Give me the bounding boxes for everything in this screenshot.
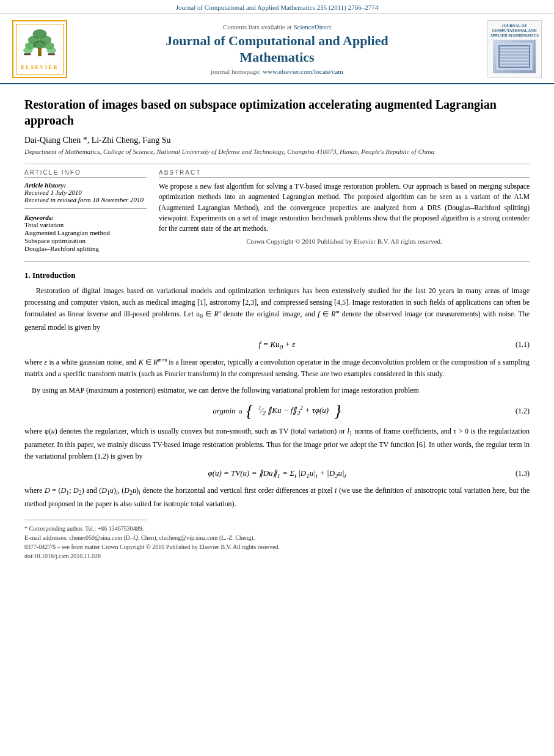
intro-para-2: where ε is a white gaussian noise, and K… xyxy=(24,357,530,380)
journal-homepage: journal homepage: www.elsevier.com/locat… xyxy=(76,68,478,75)
elsevier-logo-left: ELSEVIER xyxy=(12,20,67,78)
footnote-star: * Corresponding author. Tel.: +86 134675… xyxy=(24,524,530,533)
page-container: Journal of Computational and Applied Mat… xyxy=(0,0,554,756)
intro-para-3: By using an MAP (maximum a posteriori) e… xyxy=(24,385,530,396)
received-date-1: Received 1 July 2010 xyxy=(24,189,147,196)
journal-reference: Journal of Computational and Applied Mat… xyxy=(176,4,378,11)
sciencedirect-link[interactable]: ScienceDirect xyxy=(293,23,331,31)
intro-para-5: where D = (D1; D2) and (D1u)i, (D2u)i de… xyxy=(24,485,530,510)
elsevier-brand-text: ELSEVIER xyxy=(19,64,60,70)
section-1-title: 1. Introduction xyxy=(24,271,530,280)
eq13-number: (1.3) xyxy=(516,469,530,478)
journal-title: Journal of Computational and Applied Mat… xyxy=(76,33,478,65)
article-info-col: ARTICLE INFO Article history: Received 1… xyxy=(24,169,147,253)
footnote-doi: doi:10.1016/j.cam.2010.11.028 xyxy=(24,551,530,561)
two-col-section: ARTICLE INFO Article history: Received 1… xyxy=(24,169,530,253)
keywords-label: Keywords: xyxy=(24,214,147,221)
keyword-4: Douglas–Rachford splitting xyxy=(24,245,147,252)
intro-para-4: where φ(u) denotes the regularizer, whic… xyxy=(24,426,530,462)
top-bar: Journal of Computational and Applied Mat… xyxy=(0,0,554,14)
svg-point-8 xyxy=(47,48,56,54)
keyword-3: Subspace optimization xyxy=(24,237,147,244)
svg-rect-9 xyxy=(24,53,31,55)
eq11-content: f = Ku0 + ε xyxy=(259,340,296,351)
received-date-2: Received in revised form 18 November 201… xyxy=(24,196,147,203)
equation-1-2: argminu { 1⁄2 ‖Ku − f‖22 + τφ(u) } (1.2) xyxy=(24,402,530,420)
article-info-label: ARTICLE INFO xyxy=(24,169,147,178)
footnote-email: E-mail addresses: chener050@sina.com (D.… xyxy=(24,533,530,542)
journal-title-area: Contents lists available at ScienceDirec… xyxy=(67,23,487,75)
journal-header: ELSEVIER Contents lists available at Sci… xyxy=(0,14,554,84)
contents-available: Contents lists available at ScienceDirec… xyxy=(76,23,478,31)
article-body: Restoration of images based on subspace … xyxy=(0,84,554,573)
article-history: Article history: Received 1 July 2010 Re… xyxy=(24,181,147,203)
article-affiliation: Department of Mathematics, College of Sc… xyxy=(24,148,530,155)
footnote-issn: 0377-0427/$ – see front matter Crown Cop… xyxy=(24,542,530,551)
journal-logo-image xyxy=(493,40,536,73)
keyword-1: Total variation xyxy=(24,221,147,228)
footnote-divider xyxy=(24,520,147,520)
eq12-number: (1.2) xyxy=(516,407,530,416)
keyword-2: Augmented Lagrangian method xyxy=(24,229,147,236)
history-divider xyxy=(24,208,147,209)
svg-rect-6 xyxy=(38,48,42,56)
equation-1-3: φ(u) = TV(u) = ‖Du‖1 = Σi |D1u|i + |D2u|… xyxy=(24,468,530,479)
svg-point-7 xyxy=(23,48,32,54)
homepage-link[interactable]: www.elsevier.com/locate/cam xyxy=(263,68,343,75)
keywords-section: Keywords: Total variation Augmented Lagr… xyxy=(24,214,147,252)
article-divider xyxy=(24,164,530,164)
journal-cover-icon xyxy=(496,43,533,70)
abstract-text: We propose a new fast algorithm for solv… xyxy=(159,181,530,234)
copyright-line: Crown Copyright © 2010 Published by Else… xyxy=(159,238,530,245)
equation-1-1: f = Ku0 + ε (1.1) xyxy=(24,340,530,351)
svg-rect-11 xyxy=(496,43,533,70)
keywords-list: Total variation Augmented Lagrangian met… xyxy=(24,221,147,252)
history-label: Article history: xyxy=(24,181,147,189)
journal-logo-title: JOURNAL OFCOMPUTATIONAL ANDAPPLIED MATHE… xyxy=(490,23,539,37)
article-authors: Dai-Qiang Chen *, Li-Zhi Cheng, Fang Su xyxy=(24,136,530,145)
eq11-number: (1.1) xyxy=(516,340,530,349)
abstract-col: ABSTRACT We propose a new fast algorithm… xyxy=(159,169,530,253)
article-title: Restoration of images based on subspace … xyxy=(24,96,530,128)
svg-rect-10 xyxy=(48,53,55,55)
elsevier-tree-icon xyxy=(21,28,58,59)
abstract-divider xyxy=(24,261,530,262)
journal-logo-right: JOURNAL OFCOMPUTATIONAL ANDAPPLIED MATHE… xyxy=(487,20,542,78)
eq13-content: φ(u) = TV(u) = ‖Du‖1 = Σi |D1u|i + |D2u|… xyxy=(208,468,346,479)
eq12-content: argminu { 1⁄2 ‖Ku − f‖22 + τφ(u) } xyxy=(213,402,341,420)
intro-para-1: Restoration of digital images based on v… xyxy=(24,285,530,333)
abstract-label: ABSTRACT xyxy=(159,169,530,178)
